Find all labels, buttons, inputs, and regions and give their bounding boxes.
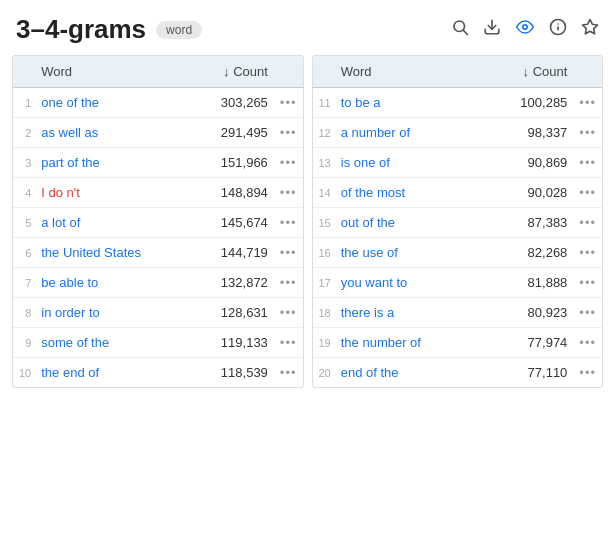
action-menu[interactable]: ••• [274, 118, 303, 148]
table-row: 8 in order to 128,631 ••• [13, 298, 303, 328]
action-menu[interactable]: ••• [573, 178, 602, 208]
svg-marker-7 [583, 20, 598, 34]
table-row: 4 I do n't 148,894 ••• [13, 178, 303, 208]
table-row: 18 there is a 80,923 ••• [313, 298, 603, 328]
action-menu[interactable]: ••• [274, 208, 303, 238]
row-number: 17 [313, 268, 335, 298]
row-number: 11 [313, 88, 335, 118]
search-icon[interactable] [451, 18, 469, 41]
action-menu[interactable]: ••• [274, 178, 303, 208]
row-number: 16 [313, 238, 335, 268]
action-menu[interactable]: ••• [274, 298, 303, 328]
table-row: 19 the number of 77,974 ••• [313, 328, 603, 358]
table-row: 10 the end of 118,539 ••• [13, 358, 303, 388]
word-cell[interactable]: some of the [35, 328, 191, 358]
count-cell: 151,966 [191, 148, 273, 178]
table-row: 13 is one of 90,869 ••• [313, 148, 603, 178]
word-cell[interactable]: you want to [335, 268, 481, 298]
word-cell[interactable]: there is a [335, 298, 481, 328]
count-cell: 132,872 [191, 268, 273, 298]
word-cell[interactable]: part of the [35, 148, 191, 178]
word-cell[interactable]: the end of [35, 358, 191, 388]
table-row: 16 the use of 82,268 ••• [313, 238, 603, 268]
right-table: Word ↓ Count 11 to be a 100,285 ••• 12 a… [313, 56, 603, 387]
word-cell[interactable]: a number of [335, 118, 481, 148]
page-header: 3–4-grams word [0, 0, 615, 55]
left-col-word: Word [35, 56, 191, 88]
eye-icon[interactable] [515, 18, 535, 41]
row-number: 2 [13, 118, 35, 148]
row-number: 14 [313, 178, 335, 208]
table-row: 12 a number of 98,337 ••• [313, 118, 603, 148]
table-row: 17 you want to 81,888 ••• [313, 268, 603, 298]
action-menu[interactable]: ••• [274, 148, 303, 178]
action-menu[interactable]: ••• [274, 88, 303, 118]
word-cell[interactable]: a lot of [35, 208, 191, 238]
count-cell: 81,888 [480, 268, 573, 298]
count-cell: 128,631 [191, 298, 273, 328]
row-number: 3 [13, 148, 35, 178]
left-table-header-row: Word ↓ Count [13, 56, 303, 88]
row-number: 10 [13, 358, 35, 388]
row-number: 9 [13, 328, 35, 358]
word-cell[interactable]: be able to [35, 268, 191, 298]
word-cell[interactable]: as well as [35, 118, 191, 148]
row-number: 7 [13, 268, 35, 298]
action-menu[interactable]: ••• [573, 208, 602, 238]
count-cell: 291,495 [191, 118, 273, 148]
left-table-body: 1 one of the 303,265 ••• 2 as well as 29… [13, 88, 303, 388]
row-number: 12 [313, 118, 335, 148]
word-cell[interactable]: the number of [335, 328, 481, 358]
action-menu[interactable]: ••• [573, 328, 602, 358]
row-number: 19 [313, 328, 335, 358]
info-icon[interactable] [549, 18, 567, 41]
action-menu[interactable]: ••• [573, 88, 602, 118]
count-cell: 77,974 [480, 328, 573, 358]
right-table-header-row: Word ↓ Count [313, 56, 603, 88]
left-table: Word ↓ Count 1 one of the 303,265 ••• 2 … [13, 56, 303, 387]
star-icon[interactable] [581, 18, 599, 41]
action-menu[interactable]: ••• [274, 358, 303, 388]
count-cell: 87,383 [480, 208, 573, 238]
action-menu[interactable]: ••• [274, 238, 303, 268]
count-cell: 90,869 [480, 148, 573, 178]
action-menu[interactable]: ••• [274, 328, 303, 358]
row-number: 15 [313, 208, 335, 238]
page-title: 3–4-grams [16, 14, 146, 45]
action-menu[interactable]: ••• [573, 298, 602, 328]
word-cell[interactable]: of the most [335, 178, 481, 208]
word-cell[interactable]: to be a [335, 88, 481, 118]
count-cell: 148,894 [191, 178, 273, 208]
row-number: 4 [13, 178, 35, 208]
count-cell: 90,028 [480, 178, 573, 208]
row-number: 5 [13, 208, 35, 238]
action-menu[interactable]: ••• [573, 358, 602, 388]
word-cell[interactable]: one of the [35, 88, 191, 118]
table-row: 5 a lot of 145,674 ••• [13, 208, 303, 238]
row-number: 20 [313, 358, 335, 388]
word-cell[interactable]: out of the [335, 208, 481, 238]
count-cell: 303,265 [191, 88, 273, 118]
word-cell[interactable]: the United States [35, 238, 191, 268]
action-menu[interactable]: ••• [573, 268, 602, 298]
row-number: 13 [313, 148, 335, 178]
table-row: 20 end of the 77,110 ••• [313, 358, 603, 388]
word-cell[interactable]: in order to [35, 298, 191, 328]
action-menu[interactable]: ••• [573, 238, 602, 268]
row-number: 18 [313, 298, 335, 328]
action-menu[interactable]: ••• [573, 118, 602, 148]
action-menu[interactable]: ••• [573, 148, 602, 178]
left-col-count[interactable]: ↓ Count [191, 56, 273, 88]
right-col-count[interactable]: ↓ Count [480, 56, 573, 88]
word-cell[interactable]: the use of [335, 238, 481, 268]
tables-wrapper: Word ↓ Count 1 one of the 303,265 ••• 2 … [0, 55, 615, 396]
action-menu[interactable]: ••• [274, 268, 303, 298]
download-icon[interactable] [483, 18, 501, 41]
word-cell[interactable]: end of the [335, 358, 481, 388]
word-cell[interactable]: I do n't [35, 178, 191, 208]
right-table-body: 11 to be a 100,285 ••• 12 a number of 98… [313, 88, 603, 388]
header-left: 3–4-grams word [16, 14, 202, 45]
word-cell[interactable]: is one of [335, 148, 481, 178]
svg-point-3 [523, 25, 528, 30]
count-cell: 98,337 [480, 118, 573, 148]
